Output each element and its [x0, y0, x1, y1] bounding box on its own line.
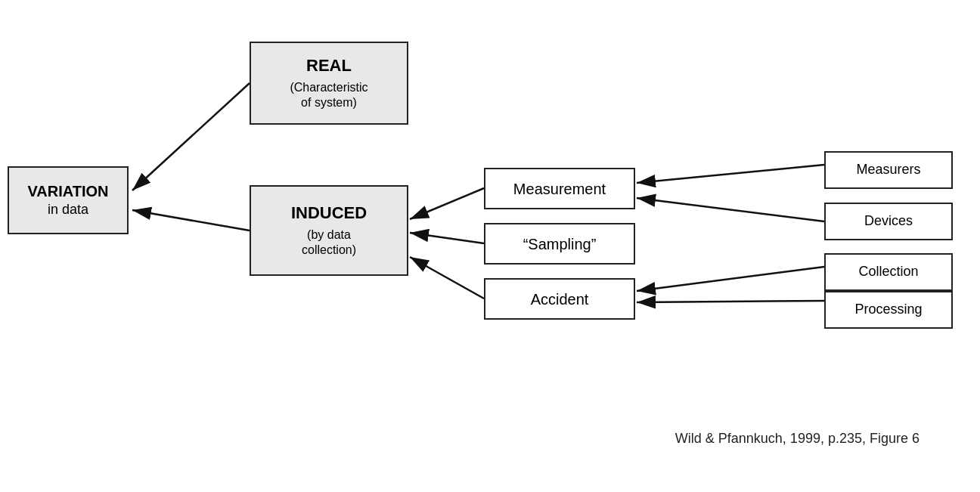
- measurers-box: Measurers: [824, 151, 953, 189]
- accident-label: Accident: [531, 289, 589, 309]
- real-label-sub: (Characteristicof system): [290, 80, 368, 112]
- accident-box: Accident: [484, 278, 635, 320]
- svg-line-9: [637, 301, 824, 302]
- citation: Wild & Pfannkuch, 1999, p.235, Figure 6: [675, 431, 920, 447]
- measurement-box: Measurement: [484, 168, 635, 209]
- devices-label: Devices: [864, 212, 913, 230]
- measurers-label: Measurers: [856, 161, 920, 178]
- processing-label: Processing: [854, 301, 922, 318]
- sampling-box: “Sampling”: [484, 223, 635, 265]
- svg-line-1: [132, 83, 250, 190]
- svg-line-2: [132, 210, 250, 231]
- induced-label-bold: INDUCED: [291, 203, 367, 224]
- svg-line-5: [410, 257, 484, 299]
- real-label-bold: REAL: [306, 55, 352, 77]
- sampling-label: “Sampling”: [523, 234, 597, 254]
- variation-label-bold: VARIATION: [27, 181, 108, 201]
- measurement-label: Measurement: [513, 179, 606, 199]
- diagram-container: VARIATION in data REAL (Characteristicof…: [0, 0, 980, 492]
- svg-line-4: [410, 233, 484, 243]
- svg-line-8: [637, 267, 824, 291]
- svg-line-7: [637, 198, 824, 221]
- collection-box: Collection: [824, 253, 953, 291]
- collection-label: Collection: [858, 263, 918, 280]
- real-box: REAL (Characteristicof system): [250, 42, 408, 125]
- svg-line-3: [410, 188, 484, 219]
- devices-box: Devices: [824, 203, 953, 240]
- processing-box: Processing: [824, 291, 953, 329]
- svg-line-6: [637, 165, 824, 183]
- variation-box: VARIATION in data: [8, 166, 129, 234]
- variation-label-sub: in data: [48, 201, 88, 218]
- induced-label-sub: (by datacollection): [302, 227, 356, 259]
- induced-box: INDUCED (by datacollection): [250, 185, 408, 276]
